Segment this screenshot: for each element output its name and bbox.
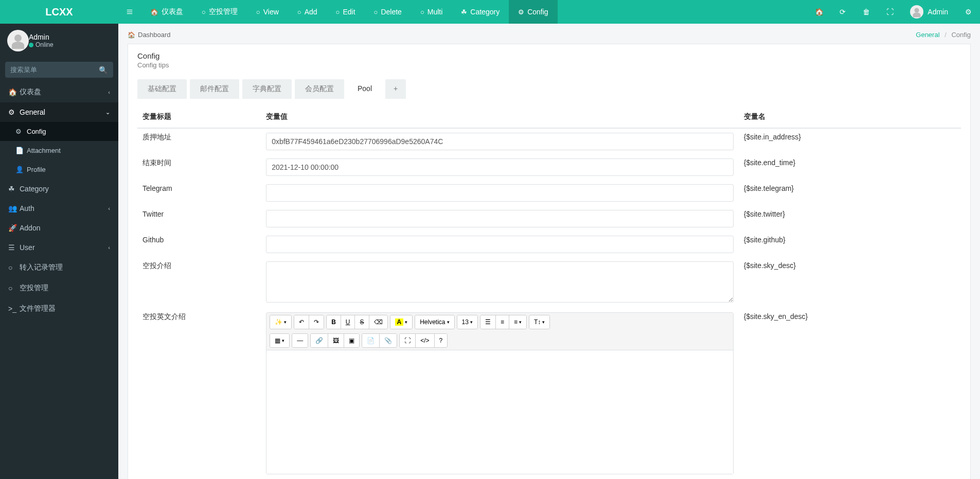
refresh-button[interactable]: ⟳ bbox=[831, 8, 854, 16]
sidebar-user-status: Online bbox=[29, 41, 54, 48]
editor-ol-button[interactable]: ≡ bbox=[496, 315, 509, 329]
editor-font-family-select[interactable]: Helvetica▾ bbox=[415, 315, 454, 329]
in-address-input[interactable] bbox=[266, 133, 734, 150]
sidebar-item-airdrop[interactable]: ○空投管理 bbox=[0, 278, 118, 298]
caret-down-icon: ▾ bbox=[542, 320, 545, 325]
brand-logo[interactable]: LCXX bbox=[0, 0, 118, 24]
nav-label: Add bbox=[305, 8, 317, 16]
sidebar-item-dashboard[interactable]: 🏠仪表盘‹ bbox=[0, 82, 118, 102]
sidebar-item-filemanager[interactable]: >_文件管理器 bbox=[0, 298, 118, 319]
topbar: LCXX 🏠仪表盘 ○空投管理 ○View ○Add ○Edit ○Delete… bbox=[0, 0, 980, 24]
editor-fullscreen-button[interactable]: ⛶ bbox=[400, 334, 416, 347]
link-icon: 🔗 bbox=[315, 337, 323, 344]
editor-strike-button[interactable]: S bbox=[355, 315, 369, 329]
user-name-label: Admin bbox=[928, 8, 948, 16]
sidebar-item-category[interactable]: ☘Category bbox=[0, 179, 118, 199]
tab-add[interactable]: + bbox=[385, 79, 406, 99]
sidebar-item-addon[interactable]: 🚀Addon bbox=[0, 218, 118, 238]
editor-font-size-select[interactable]: 13▾ bbox=[457, 315, 477, 329]
nav-add[interactable]: ○Add bbox=[288, 0, 327, 24]
editor-bold-button[interactable]: B bbox=[327, 315, 341, 329]
nav-airdrop[interactable]: ○空投管理 bbox=[192, 0, 247, 24]
rich-text-editor: ✨▾ ↶ ↷ B U S bbox=[266, 312, 734, 474]
sidebar-item-profile[interactable]: 👤Profile bbox=[0, 160, 118, 179]
tab-basic[interactable]: 基础配置 bbox=[137, 79, 187, 99]
sky-desc-textarea[interactable] bbox=[266, 261, 734, 303]
user-menu[interactable]: Admin bbox=[902, 5, 956, 19]
nav-category[interactable]: ☘Category bbox=[452, 0, 509, 24]
tab-dict[interactable]: 字典配置 bbox=[242, 79, 292, 99]
row-title: 结束时间 bbox=[137, 154, 261, 180]
editor-help-button[interactable]: ? bbox=[435, 334, 448, 347]
editor-link-button[interactable]: 🔗 bbox=[311, 334, 328, 347]
sidebar-item-user[interactable]: ☰User‹ bbox=[0, 238, 118, 257]
sidebar-user-name: Admin bbox=[29, 33, 54, 41]
nav-multi[interactable]: ○Multi bbox=[411, 0, 452, 24]
svg-rect-2 bbox=[127, 13, 133, 14]
row-var-name: {$site.twitter} bbox=[739, 206, 961, 232]
breadcrumb-general[interactable]: General bbox=[916, 31, 939, 39]
nav-config[interactable]: ⚙Config bbox=[509, 0, 557, 24]
editor-attachment-button[interactable]: 📎 bbox=[380, 334, 397, 347]
table-row: 空投介绍 {$site.sky_desc} bbox=[137, 257, 961, 308]
page-subtitle: Config tips bbox=[137, 61, 961, 69]
nav-dashboard[interactable]: 🏠仪表盘 bbox=[141, 0, 192, 24]
gear-icon: ⚙ bbox=[518, 8, 524, 16]
sidebar-item-general[interactable]: ⚙General⌄ bbox=[0, 102, 118, 122]
editor-undo-button[interactable]: ↶ bbox=[294, 315, 309, 329]
image-icon: 🖼 bbox=[333, 337, 339, 344]
telegram-input[interactable] bbox=[266, 184, 734, 202]
github-input[interactable] bbox=[266, 236, 734, 253]
editor-video-button[interactable]: ▣ bbox=[344, 334, 359, 347]
tab-member[interactable]: 会员配置 bbox=[295, 79, 344, 99]
sidebar-item-transfer-log[interactable]: ○转入记录管理 bbox=[0, 257, 118, 278]
editor-magic-button[interactable]: ✨▾ bbox=[270, 315, 291, 329]
cogs-icon: ⚙ bbox=[965, 8, 972, 16]
row-title: Twitter bbox=[137, 206, 261, 232]
editor-codeview-button[interactable]: </> bbox=[416, 334, 434, 347]
table-row: 质押地址 {$site.in_address} bbox=[137, 128, 961, 154]
trash-button[interactable]: 🗑 bbox=[854, 8, 878, 16]
editor-clear-format-button[interactable]: ⌫ bbox=[369, 315, 387, 329]
code-icon: </> bbox=[420, 337, 429, 344]
twitter-input[interactable] bbox=[266, 210, 734, 227]
editor-align-button[interactable]: ≡▾ bbox=[509, 315, 526, 329]
editor-table-button[interactable]: ▦▾ bbox=[270, 334, 289, 347]
sidebar-item-attachment[interactable]: 📄Attachment bbox=[0, 141, 118, 160]
undo-icon: ↶ bbox=[299, 318, 304, 326]
editor-hr-button[interactable]: — bbox=[292, 334, 308, 347]
leaf-icon: ☘ bbox=[461, 8, 467, 16]
editor-underline-button[interactable]: U bbox=[341, 315, 355, 329]
editor-font-color-button[interactable]: A▾ bbox=[390, 315, 413, 329]
tab-email[interactable]: 邮件配置 bbox=[190, 79, 239, 99]
settings-gear-button[interactable]: ⚙ bbox=[956, 8, 980, 16]
end-time-input[interactable] bbox=[266, 158, 734, 176]
sidebar-item-label: User bbox=[20, 243, 35, 252]
fullscreen-button[interactable]: ⛶ bbox=[878, 8, 902, 16]
search-button[interactable]: 🔍 bbox=[96, 62, 110, 78]
caret-down-icon: ▾ bbox=[284, 320, 287, 325]
list-ul-icon: ☰ bbox=[485, 318, 491, 326]
editor-lineheight-button[interactable]: T↕▾ bbox=[529, 315, 549, 329]
editor-ul-button[interactable]: ☰ bbox=[480, 315, 496, 329]
editor-body[interactable] bbox=[266, 350, 733, 474]
nav-edit[interactable]: ○Edit bbox=[327, 0, 365, 24]
text-height-icon: T↕ bbox=[534, 318, 541, 326]
chevron-left-icon: ‹ bbox=[108, 205, 110, 211]
tab-pool[interactable]: Pool bbox=[347, 79, 382, 99]
editor-file-button[interactable]: 📄 bbox=[362, 334, 380, 347]
expand-icon: ⛶ bbox=[886, 8, 894, 16]
menu-toggle-button[interactable] bbox=[118, 0, 141, 24]
editor-image-button[interactable]: 🖼 bbox=[328, 334, 344, 347]
nav-view[interactable]: ○View bbox=[247, 0, 288, 24]
breadcrumb-dashboard[interactable]: Dashboard bbox=[138, 31, 171, 39]
editor-redo-button[interactable]: ↷ bbox=[309, 315, 324, 329]
row-var-name: {$site.sky_desc} bbox=[739, 257, 961, 308]
circle-icon: ○ bbox=[202, 8, 206, 16]
nav-delete[interactable]: ○Delete bbox=[365, 0, 411, 24]
sidebar-item-config[interactable]: ⚙Config bbox=[0, 122, 118, 141]
sidebar-item-auth[interactable]: 👥Auth‹ bbox=[0, 199, 118, 218]
home-button[interactable]: 🏠 bbox=[807, 8, 831, 16]
question-icon: ? bbox=[439, 337, 443, 344]
config-table: 变量标题 变量值 变量名 质押地址 {$site.in_address} 结束时… bbox=[137, 108, 961, 478]
